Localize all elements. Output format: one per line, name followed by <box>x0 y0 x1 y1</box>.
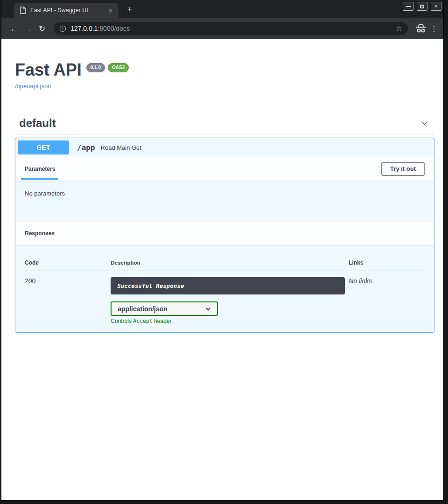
browser-tab[interactable]: Fast API - Swagger UI × <box>14 3 119 18</box>
url-path: :8000/docs <box>98 25 130 32</box>
openapi-spec-link[interactable]: /openapi.json <box>15 83 51 90</box>
minimize-icon <box>406 6 411 7</box>
new-tab-button[interactable]: + <box>125 4 135 14</box>
tag-section-default[interactable]: default <box>15 117 434 134</box>
try-it-out-button[interactable]: Try it out <box>381 162 425 176</box>
url-host: 127.0.0.1 <box>70 25 98 32</box>
select-chevron-icon <box>205 306 211 312</box>
tag-name: default <box>19 117 56 130</box>
maximize-icon <box>420 5 424 8</box>
maximize-button[interactable] <box>417 2 427 11</box>
chevron-down-icon[interactable] <box>420 118 430 128</box>
back-icon[interactable]: ← <box>7 24 21 33</box>
opblock-get-app: GET /app Read Main Get Parameters Try it… <box>15 138 434 333</box>
incognito-icon <box>415 24 427 33</box>
operation-path: /app <box>77 143 95 152</box>
response-code: 200 <box>25 271 111 325</box>
responses-heading: Responses <box>25 230 55 237</box>
responses-body: Code Description Links 200 Successful Re… <box>15 245 434 332</box>
close-button[interactable]: ✕ <box>431 2 441 11</box>
reload-icon[interactable]: ↻ <box>35 25 49 33</box>
media-type-value: application/json <box>118 305 168 313</box>
tab-title: Fast API - Swagger UI <box>30 7 103 14</box>
browser-toolbar: ← → ↻ 127.0.0.1:8000/docs ☆ ⋮ <box>1 18 443 39</box>
no-parameters-text: No parameters <box>25 190 65 197</box>
accept-note-prefix: Controls <box>111 318 133 324</box>
accept-note-code: Accept <box>133 318 153 324</box>
column-description: Description <box>111 253 349 271</box>
tab-strip: Fast API - Swagger UI × + ✕ <box>1 0 443 18</box>
media-type-select[interactable]: application/json <box>111 301 218 316</box>
column-links: Links <box>349 253 425 271</box>
operation-summary[interactable]: GET /app Read Main Get <box>15 138 434 157</box>
accept-note-suffix: header. <box>153 318 173 324</box>
tab-parameters[interactable]: Parameters <box>25 166 55 172</box>
api-info: Fast API 0.1.0 OAS3 <box>15 62 434 78</box>
responses-header: Responses <box>15 222 434 245</box>
column-code: Code <box>25 253 111 271</box>
response-row-200: 200 Successful Response application/json <box>25 271 425 325</box>
responses-table: Code Description Links 200 Successful Re… <box>25 253 425 324</box>
close-icon: ✕ <box>434 4 438 9</box>
method-badge: GET <box>18 140 69 154</box>
forward-icon[interactable]: → <box>21 24 35 33</box>
version-badge: 0.1.0 <box>86 63 105 72</box>
window-controls: ✕ <box>403 2 441 11</box>
browser-menu-icon[interactable]: ⋮ <box>429 24 439 33</box>
oas3-badge: OAS3 <box>108 63 129 72</box>
parameters-body: No parameters <box>15 181 434 222</box>
swagger-page: Fast API 0.1.0 OAS3 /openapi.json defaul… <box>1 39 443 500</box>
operation-summary-text: Read Main Get <box>101 144 141 151</box>
site-info-icon[interactable] <box>59 25 66 32</box>
address-bar[interactable]: 127.0.0.1:8000/docs ☆ <box>54 22 408 35</box>
response-description: Successful Response <box>111 277 345 294</box>
bookmark-star-icon[interactable]: ☆ <box>396 25 402 32</box>
parameters-header: Parameters Try it out <box>15 157 434 181</box>
minimize-button[interactable] <box>403 2 413 11</box>
tab-close-icon[interactable]: × <box>107 7 114 14</box>
browser-window: Fast API - Swagger UI × + ✕ ← → ↻ 127.0 <box>0 0 448 504</box>
response-links: No links <box>349 271 425 325</box>
url-text: 127.0.0.1:8000/docs <box>70 25 130 32</box>
page-title: Fast API <box>15 62 82 78</box>
page-favicon-icon <box>20 7 26 14</box>
accept-header-note: Controls Accept header. <box>111 318 349 324</box>
